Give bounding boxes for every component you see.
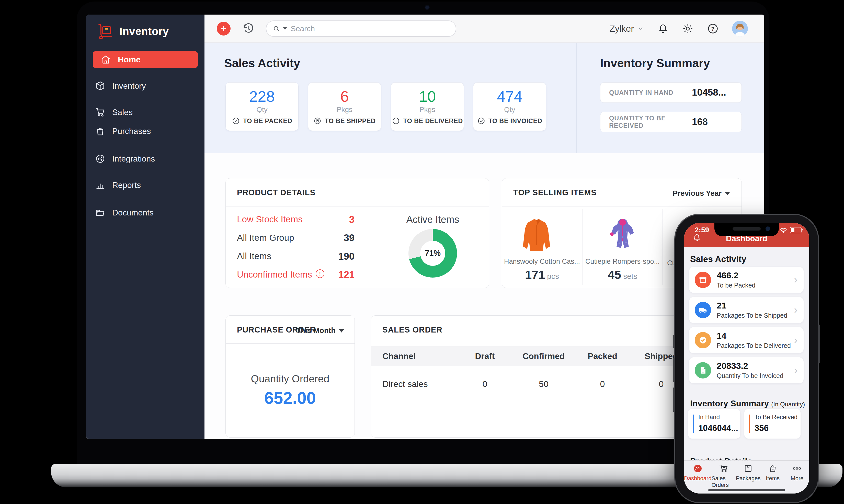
svg-text:?: ?	[711, 25, 714, 32]
tab-packages[interactable]: Packages	[736, 461, 761, 493]
unconfirmed-items-row[interactable]: Unconfirmed Items ! 121	[237, 269, 355, 281]
phone-screen: 2:59 Dashboard Sales Activity	[684, 223, 809, 493]
item-qty: 45	[608, 268, 621, 282]
bag-icon	[768, 463, 778, 473]
filter-label: This Month	[296, 326, 336, 335]
card-value: 1046044...	[698, 423, 738, 433]
stat-card-to-be-shipped[interactable]: 6 Pkgs TO BE SHIPPED	[308, 82, 381, 131]
notifications-bell-icon[interactable]	[658, 23, 669, 34]
volume-down-button	[673, 388, 675, 412]
tab-sales-orders[interactable]: Sales Orders	[712, 461, 736, 493]
column-header: Packed	[573, 352, 632, 361]
sidebar-item-reports[interactable]: Reports	[86, 177, 222, 193]
row-value: 190	[338, 251, 355, 262]
cart-icon	[95, 107, 106, 118]
metric-value: 652.00	[226, 388, 355, 408]
inventory-summary-section: Inventory Summary QUANTITY IN HAND 10458…	[576, 43, 764, 154]
all-items-row[interactable]: All Items 190	[237, 251, 355, 262]
card-title: TOP SELLING ITEMS	[513, 188, 597, 197]
stat-value: 474	[497, 88, 522, 105]
check-circle-icon	[477, 117, 485, 125]
help-icon[interactable]: ?	[707, 23, 719, 35]
package-box-icon	[743, 463, 753, 473]
sidebar-item-label: Sales	[112, 108, 133, 117]
sidebar-item-documents[interactable]: Documents	[86, 205, 222, 220]
recent-history-icon[interactable]	[242, 22, 255, 35]
top-selling-item[interactable]: Cutiepie Rompers-spo... 45sets	[582, 209, 663, 285]
check-circle-icon	[232, 117, 240, 125]
tab-items[interactable]: Items	[761, 461, 785, 493]
sidebar-item-label: Integrations	[112, 154, 155, 164]
summary-value: 10458...	[684, 87, 733, 98]
row-label: All Item Group	[237, 233, 294, 244]
phone-card-to-be-shipped[interactable]: 21 Packages To be Shipped ›	[689, 297, 804, 323]
laptop-screen: Inventory Home Inventory ▸	[86, 15, 764, 439]
sidebar-item-sales[interactable]: Sales ▸	[86, 104, 222, 120]
search-bar[interactable]	[266, 20, 456, 37]
top-selling-item[interactable]: Hanswooly Cotton Cas... 171pcs	[502, 209, 582, 285]
sidebar-item-home[interactable]: Home	[93, 51, 198, 68]
title-subtext: (In Quantity)	[771, 401, 805, 408]
quick-create-button[interactable]: +	[217, 22, 231, 36]
phone-card-to-be-invoiced[interactable]: 20833.2 Quantity To be Invoiced ›	[689, 357, 804, 383]
row-value: 39	[344, 233, 355, 244]
user-avatar[interactable]	[732, 21, 748, 37]
search-scope-caret[interactable]	[283, 27, 287, 30]
wifi-icon	[779, 227, 787, 233]
chevron-right-icon: ›	[794, 365, 797, 375]
stat-unit: Qty	[504, 106, 515, 114]
card-label: To be Packed	[717, 282, 756, 289]
row-value: 121	[338, 269, 355, 281]
filter-label: Previous Year	[673, 189, 722, 198]
donut-percent-label: 71%	[425, 249, 441, 258]
package-icon	[95, 80, 106, 91]
card-label: Packages To be Delivered	[717, 342, 791, 349]
org-selector[interactable]: Zylker	[610, 23, 644, 34]
top-selling-period-dropdown[interactable]: Previous Year	[673, 189, 730, 198]
search-input[interactable]	[290, 24, 449, 33]
battery-icon	[790, 227, 802, 233]
purchase-order-period-dropdown[interactable]: This Month	[296, 326, 344, 335]
low-stock-items-row[interactable]: Low Stock Items 3	[237, 214, 355, 225]
tab-dashboard[interactable]: Dashboard	[684, 461, 712, 493]
ellipsis-circle-icon	[392, 117, 400, 125]
integrations-icon	[95, 154, 106, 164]
item-unit: pcs	[547, 272, 559, 281]
tab-more[interactable]: More	[785, 461, 809, 493]
cell-draft: 0	[455, 379, 514, 389]
column-header: Channel	[371, 352, 455, 361]
all-item-group-row[interactable]: All Item Group 39	[237, 233, 355, 244]
stat-card-to-be-delivered[interactable]: 10 Pkgs TO BE DELIVERED	[391, 82, 464, 131]
stat-label: TO BE DELIVERED	[403, 117, 463, 125]
stat-card-to-be-packed[interactable]: 228 Qty TO BE PACKED	[226, 82, 299, 131]
hero-band: Sales Activity 228 Qty TO BE PACKED 6 Pk…	[204, 43, 764, 154]
tab-label: Items	[766, 475, 779, 482]
phone-to-be-received-card: To Be Received 356	[744, 409, 801, 438]
item-name: Cutiepie Rompers-spo...	[585, 258, 660, 266]
handtruck-logo-icon	[96, 23, 114, 40]
summary-quantity-in-hand: QUANTITY IN HAND 10458...	[600, 82, 742, 103]
power-button	[818, 325, 820, 363]
row-label: All Items	[237, 251, 271, 262]
search-icon	[273, 25, 280, 33]
sidebar-item-label: Inventory	[112, 81, 146, 91]
card-label: Packages To be Shipped	[717, 312, 787, 319]
dashboard-gauge-icon	[693, 463, 703, 473]
sidebar-item-inventory[interactable]: Inventory ▸	[86, 78, 222, 94]
phone-card-to-be-packed[interactable]: 466.2 To be Packed ›	[689, 267, 804, 293]
settings-gear-icon[interactable]	[682, 23, 694, 35]
package-icon	[698, 275, 707, 285]
org-name: Zylker	[610, 23, 634, 34]
home-indicator[interactable]	[708, 489, 785, 491]
accent-bar	[693, 415, 694, 433]
stat-card-to-be-invoiced[interactable]: 474 Qty TO BE INVOICED	[473, 82, 546, 131]
cell-confirmed: 50	[514, 379, 573, 389]
sidebar-item-integrations[interactable]: Integrations	[86, 151, 222, 167]
bag-icon	[95, 126, 106, 137]
sidebar-item-purchases[interactable]: Purchases ▸	[86, 123, 222, 139]
phone-card-to-be-delivered[interactable]: 14 Packages To be Delivered ›	[689, 327, 804, 353]
chevron-right-icon: ›	[794, 335, 797, 345]
card-label: To Be Received	[755, 414, 797, 421]
stat-value: 228	[249, 88, 275, 105]
phone-in-hand-card: In Hand 1046044...	[688, 409, 740, 438]
